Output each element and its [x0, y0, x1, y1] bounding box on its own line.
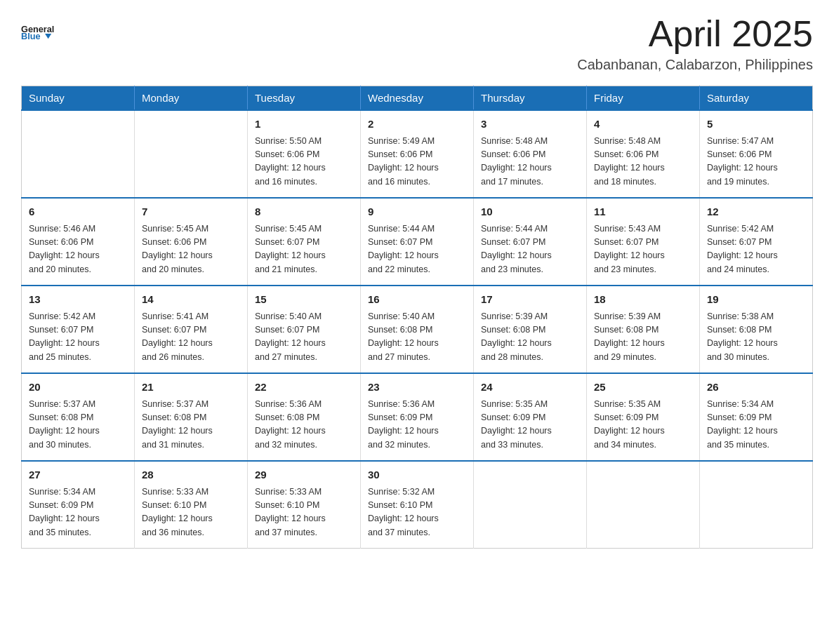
calendar-day-15: 15Sunrise: 5:40 AMSunset: 6:07 PMDayligh…	[248, 286, 361, 373]
day-number: 15	[255, 292, 353, 308]
day-info: Sunrise: 5:49 AMSunset: 6:06 PMDaylight:…	[368, 135, 466, 189]
weekday-header-saturday: Saturday	[700, 86, 813, 111]
calendar-day-24: 24Sunrise: 5:35 AMSunset: 6:09 PMDayligh…	[474, 373, 587, 461]
day-info: Sunrise: 5:35 AMSunset: 6:09 PMDaylight:…	[481, 398, 579, 452]
calendar-day-18: 18Sunrise: 5:39 AMSunset: 6:08 PMDayligh…	[587, 286, 700, 373]
calendar-week-row: 13Sunrise: 5:42 AMSunset: 6:07 PMDayligh…	[22, 286, 813, 373]
calendar-week-row: 1Sunrise: 5:50 AMSunset: 6:06 PMDaylight…	[22, 110, 813, 198]
calendar-day-5: 5Sunrise: 5:47 AMSunset: 6:06 PMDaylight…	[700, 110, 813, 198]
svg-text:Blue: Blue	[21, 31, 41, 41]
day-number: 10	[481, 204, 579, 220]
calendar-day-9: 9Sunrise: 5:44 AMSunset: 6:07 PMDaylight…	[361, 198, 474, 286]
day-number: 19	[707, 292, 805, 308]
calendar-empty-cell	[587, 461, 700, 549]
calendar-day-20: 20Sunrise: 5:37 AMSunset: 6:08 PMDayligh…	[22, 373, 135, 461]
day-number: 27	[29, 467, 127, 483]
day-info: Sunrise: 5:44 AMSunset: 6:07 PMDaylight:…	[481, 222, 579, 277]
calendar-day-26: 26Sunrise: 5:34 AMSunset: 6:09 PMDayligh…	[700, 373, 813, 461]
day-number: 23	[368, 380, 466, 396]
day-number: 13	[29, 292, 127, 308]
logo-svg: General Blue	[21, 14, 56, 49]
day-number: 6	[29, 204, 127, 220]
day-number: 14	[142, 292, 240, 308]
day-number: 12	[707, 204, 805, 220]
day-info: Sunrise: 5:46 AMSunset: 6:06 PMDaylight:…	[29, 222, 127, 277]
calendar-week-row: 6Sunrise: 5:46 AMSunset: 6:06 PMDaylight…	[22, 198, 813, 286]
calendar-day-19: 19Sunrise: 5:38 AMSunset: 6:08 PMDayligh…	[700, 286, 813, 373]
day-info: Sunrise: 5:45 AMSunset: 6:07 PMDaylight:…	[255, 222, 353, 277]
weekday-header-tuesday: Tuesday	[248, 86, 361, 111]
day-info: Sunrise: 5:48 AMSunset: 6:06 PMDaylight:…	[594, 135, 692, 189]
calendar-day-8: 8Sunrise: 5:45 AMSunset: 6:07 PMDaylight…	[248, 198, 361, 286]
calendar-table: SundayMondayTuesdayWednesdayThursdayFrid…	[21, 86, 813, 549]
calendar-empty-cell	[700, 461, 813, 549]
logo: General Blue	[21, 14, 56, 49]
weekday-header-wednesday: Wednesday	[361, 86, 474, 111]
day-info: Sunrise: 5:45 AMSunset: 6:06 PMDaylight:…	[142, 222, 240, 277]
weekday-header-friday: Friday	[587, 86, 700, 111]
calendar-day-27: 27Sunrise: 5:34 AMSunset: 6:09 PMDayligh…	[22, 461, 135, 549]
day-info: Sunrise: 5:41 AMSunset: 6:07 PMDaylight:…	[142, 310, 240, 365]
calendar-empty-cell	[135, 110, 248, 198]
calendar-day-21: 21Sunrise: 5:37 AMSunset: 6:08 PMDayligh…	[135, 373, 248, 461]
day-info: Sunrise: 5:39 AMSunset: 6:08 PMDaylight:…	[594, 310, 692, 365]
calendar-day-17: 17Sunrise: 5:39 AMSunset: 6:08 PMDayligh…	[474, 286, 587, 373]
day-info: Sunrise: 5:43 AMSunset: 6:07 PMDaylight:…	[594, 222, 692, 277]
calendar-day-1: 1Sunrise: 5:50 AMSunset: 6:06 PMDaylight…	[248, 110, 361, 198]
day-info: Sunrise: 5:33 AMSunset: 6:10 PMDaylight:…	[255, 485, 353, 540]
day-info: Sunrise: 5:40 AMSunset: 6:08 PMDaylight:…	[368, 310, 466, 365]
day-info: Sunrise: 5:34 AMSunset: 6:09 PMDaylight:…	[29, 485, 127, 540]
day-number: 7	[142, 204, 240, 220]
calendar-empty-cell	[474, 461, 587, 549]
calendar-day-4: 4Sunrise: 5:48 AMSunset: 6:06 PMDaylight…	[587, 110, 700, 198]
day-info: Sunrise: 5:37 AMSunset: 6:08 PMDaylight:…	[142, 398, 240, 452]
calendar-day-29: 29Sunrise: 5:33 AMSunset: 6:10 PMDayligh…	[248, 461, 361, 549]
day-info: Sunrise: 5:32 AMSunset: 6:10 PMDaylight:…	[368, 485, 466, 540]
day-number: 17	[481, 292, 579, 308]
calendar-day-28: 28Sunrise: 5:33 AMSunset: 6:10 PMDayligh…	[135, 461, 248, 549]
weekday-header-thursday: Thursday	[474, 86, 587, 111]
day-info: Sunrise: 5:36 AMSunset: 6:08 PMDaylight:…	[255, 398, 353, 452]
day-number: 2	[368, 116, 466, 133]
calendar-empty-cell	[22, 110, 135, 198]
calendar-day-10: 10Sunrise: 5:44 AMSunset: 6:07 PMDayligh…	[474, 198, 587, 286]
day-number: 1	[255, 116, 353, 133]
calendar-day-25: 25Sunrise: 5:35 AMSunset: 6:09 PMDayligh…	[587, 373, 700, 461]
day-number: 22	[255, 380, 353, 396]
location-title: Cabanbanan, Calabarzon, Philippines	[577, 57, 813, 73]
calendar-header-row: SundayMondayTuesdayWednesdayThursdayFrid…	[22, 86, 813, 111]
calendar-day-12: 12Sunrise: 5:42 AMSunset: 6:07 PMDayligh…	[700, 198, 813, 286]
day-number: 28	[142, 467, 240, 483]
day-number: 20	[29, 380, 127, 396]
calendar-day-13: 13Sunrise: 5:42 AMSunset: 6:07 PMDayligh…	[22, 286, 135, 373]
day-info: Sunrise: 5:42 AMSunset: 6:07 PMDaylight:…	[707, 222, 805, 277]
day-info: Sunrise: 5:40 AMSunset: 6:07 PMDaylight:…	[255, 310, 353, 365]
day-number: 3	[481, 116, 579, 133]
day-number: 21	[142, 380, 240, 396]
day-info: Sunrise: 5:42 AMSunset: 6:07 PMDaylight:…	[29, 310, 127, 365]
calendar-day-11: 11Sunrise: 5:43 AMSunset: 6:07 PMDayligh…	[587, 198, 700, 286]
day-number: 16	[368, 292, 466, 308]
day-number: 8	[255, 204, 353, 220]
month-title: April 2025	[577, 14, 813, 54]
calendar-day-30: 30Sunrise: 5:32 AMSunset: 6:10 PMDayligh…	[361, 461, 474, 549]
day-number: 5	[707, 116, 805, 133]
svg-marker-1	[45, 34, 51, 39]
page-header: General Blue April 2025 Cabanbanan, Cala…	[21, 14, 813, 73]
calendar-day-23: 23Sunrise: 5:36 AMSunset: 6:09 PMDayligh…	[361, 373, 474, 461]
day-number: 30	[368, 467, 466, 483]
day-info: Sunrise: 5:39 AMSunset: 6:08 PMDaylight:…	[481, 310, 579, 365]
calendar-week-row: 27Sunrise: 5:34 AMSunset: 6:09 PMDayligh…	[22, 461, 813, 549]
weekday-header-sunday: Sunday	[22, 86, 135, 111]
calendar-day-16: 16Sunrise: 5:40 AMSunset: 6:08 PMDayligh…	[361, 286, 474, 373]
calendar-day-7: 7Sunrise: 5:45 AMSunset: 6:06 PMDaylight…	[135, 198, 248, 286]
day-number: 18	[594, 292, 692, 308]
day-number: 24	[481, 380, 579, 396]
day-info: Sunrise: 5:48 AMSunset: 6:06 PMDaylight:…	[481, 135, 579, 189]
day-number: 11	[594, 204, 692, 220]
calendar-day-2: 2Sunrise: 5:49 AMSunset: 6:06 PMDaylight…	[361, 110, 474, 198]
day-number: 26	[707, 380, 805, 396]
calendar-week-row: 20Sunrise: 5:37 AMSunset: 6:08 PMDayligh…	[22, 373, 813, 461]
day-info: Sunrise: 5:47 AMSunset: 6:06 PMDaylight:…	[707, 135, 805, 189]
title-area: April 2025 Cabanbanan, Calabarzon, Phili…	[577, 14, 813, 73]
